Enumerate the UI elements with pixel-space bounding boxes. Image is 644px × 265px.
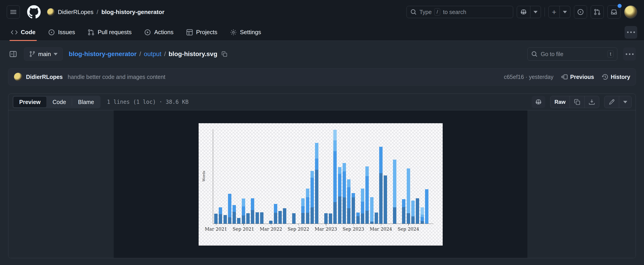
tab-pull-requests[interactable]: Pull requests [84,24,136,41]
segment-light [242,198,245,206]
bar-nov-2023 [361,189,364,224]
bar-sep-2023 [352,193,355,224]
segment-medium [425,189,428,224]
issue-opened-icon [577,9,584,15]
bar-jan-2022 [260,212,264,224]
bar-dec-2021 [256,212,259,224]
inbox-button[interactable] [608,6,620,19]
x-tick [326,224,326,225]
segment-dark [251,210,254,224]
segment-dark [246,213,250,224]
segment-dark [256,212,259,224]
y-axis-label: Words [202,170,206,182]
global-search-input[interactable]: Type / to search [406,6,513,18]
history-label: History [611,74,630,80]
copy-file-button[interactable] [570,96,584,108]
go-to-file-input[interactable]: Go to file t [528,48,617,61]
kebab-icon [623,53,636,55]
bar-jun-2022 [283,208,286,224]
tab-blame[interactable]: Blame [72,96,100,108]
file-actions: Raw [532,96,632,108]
path-dir-link[interactable]: output [144,50,161,58]
copilot-file-button[interactable] [532,96,545,108]
user-avatar[interactable] [624,6,637,19]
bar-apr-2023 [329,213,332,224]
chevron-down-icon [54,53,58,55]
segment-medium [420,217,424,221]
file-toolbar: Preview Code Blame 1 lines (1 loc) · 38.… [8,94,636,110]
segment-dark [411,216,415,224]
tab-actions[interactable]: Actions [140,24,178,41]
breadcrumb-repo[interactable]: blog-history-generator [102,9,164,16]
edit-file-button[interactable] [604,96,619,108]
segment-medium [251,198,254,210]
nav-overflow-button[interactable] [624,26,637,39]
previous-version-link[interactable]: Previous [561,74,594,80]
copilot-button[interactable] [517,6,541,18]
x-tick-label: Mar 2021 [205,226,227,232]
edit-dropdown-button[interactable] [619,96,631,108]
segment-dark [237,218,240,224]
commit-sha-time[interactable]: c65ef16 · yesterday [504,74,554,80]
commit-message[interactable]: handle better code and images content [68,74,166,80]
hamburger-menu-button[interactable] [7,6,20,19]
issues-header-button[interactable] [574,6,587,19]
copilot-dropdown[interactable] [530,6,541,18]
breadcrumb: DidierRLopes / blog-history-generator [47,8,164,16]
segment-lighter [420,207,424,215]
tab-issues[interactable]: Issues [44,24,79,41]
latest-commit-bar: DidierRLopes handle better code and imag… [8,68,636,86]
tab-projects-label: Projects [196,29,218,36]
git-pull-request-icon [594,9,600,15]
raw-button[interactable]: Raw [550,96,570,108]
segment-medium [232,205,236,212]
create-new-button[interactable]: + [548,6,570,18]
bar-oct-2024 [411,200,415,224]
segment-medium [379,147,382,173]
chevron-down-icon [563,11,567,13]
file-overflow-button[interactable] [623,48,636,61]
bar-aug-2021 [237,218,240,224]
commit-meta-group: c65ef16 · yesterday Previous History [504,74,630,80]
segment-light [420,215,424,217]
create-new-dropdown[interactable] [560,6,570,18]
breadcrumb-owner[interactable]: DidierRLopes [58,9,94,16]
previous-label: Previous [570,74,594,80]
play-circle-icon [144,29,151,36]
history-link[interactable]: History [602,74,630,80]
branch-selector-button[interactable]: main [24,48,63,61]
bar-sep-2024 [407,168,410,224]
segment-light [366,166,369,176]
branch-name: main [38,51,51,58]
segment-dark [324,213,328,224]
download-button[interactable] [584,96,599,108]
tab-raw-code[interactable]: Code [47,96,72,108]
segment-dark [356,216,360,224]
preview-body: WordsMar 2021Sep 2021Mar 2022Sep 2022Mar… [8,110,636,258]
tab-settings[interactable]: Settings [226,24,265,41]
segment-light [407,168,410,213]
bar-oct-2022 [301,198,304,224]
path-repo-link[interactable]: blog-history-generator [69,50,136,58]
code-icon [11,29,18,36]
t-key-hint: t [608,50,614,58]
path-separator: / [164,50,166,58]
pull-requests-header-button[interactable] [591,6,604,19]
bar-may-2023 [333,130,337,224]
commit-author-avatar[interactable] [14,73,22,81]
tab-preview[interactable]: Preview [13,96,47,108]
x-tick-label: Sep 2021 [232,226,254,232]
github-logo[interactable] [27,5,41,19]
segment-dark [375,212,378,224]
bar-apr-2022 [274,204,277,224]
segment-dark [214,214,218,224]
file-tree-toggle-button[interactable] [8,49,18,59]
tab-projects[interactable]: Projects [182,24,222,41]
bar-sep-2021 [242,198,245,224]
owner-avatar[interactable] [47,8,55,16]
commit-author[interactable]: DidierRLopes [26,74,63,80]
segment-medium [366,176,369,211]
copy-path-button[interactable] [222,51,227,57]
tab-issues-label: Issues [58,29,75,36]
tab-code[interactable]: Code [7,24,40,41]
